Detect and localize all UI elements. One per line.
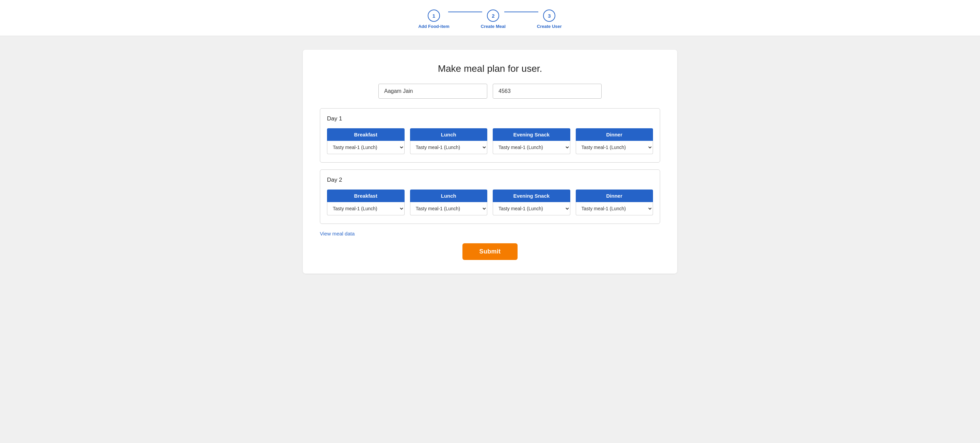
meal-header-day2-evening-snack: Evening Snack (493, 189, 570, 202)
meal-header-day1-evening-snack: Evening Snack (493, 128, 570, 141)
stepper: 1 Add Food-item 2 Create Meal 3 Create U… (0, 0, 980, 36)
meal-row-day-2: BreakfastTasty meal-1 (Lunch)Tasty meal-… (327, 189, 653, 215)
step-1-label: Add Food-item (418, 24, 450, 29)
step-1: 1 Add Food-item (418, 10, 450, 29)
meal-col-day2-dinner: DinnerTasty meal-1 (Lunch)Tasty meal-2 (… (576, 189, 653, 215)
meal-header-day1-breakfast: Breakfast (327, 128, 404, 141)
page-title: Make meal plan for user. (320, 63, 660, 74)
meal-col-day1-breakfast: BreakfastTasty meal-1 (Lunch)Tasty meal-… (327, 128, 404, 154)
meal-select-day1-lunch[interactable]: Tasty meal-1 (Lunch)Tasty meal-2 (Dinner… (410, 141, 488, 154)
meal-header-day2-dinner: Dinner (576, 189, 653, 202)
meal-col-day1-dinner: DinnerTasty meal-1 (Lunch)Tasty meal-2 (… (576, 128, 653, 154)
day-label-1: Day 1 (327, 115, 653, 122)
view-meal-link[interactable]: View meal data (320, 231, 355, 237)
user-name-input[interactable] (379, 84, 487, 98)
meal-header-day2-breakfast: Breakfast (327, 189, 404, 202)
main-content: Make meal plan for user. Day 1BreakfastT… (0, 36, 980, 287)
day-block-1: Day 1BreakfastTasty meal-1 (Lunch)Tasty … (320, 108, 660, 163)
step-1-circle: 1 (428, 10, 440, 22)
step-2-circle: 2 (487, 10, 499, 22)
meal-select-day2-breakfast[interactable]: Tasty meal-1 (Lunch)Tasty meal-2 (Dinner… (327, 202, 404, 215)
day-block-2: Day 2BreakfastTasty meal-1 (Lunch)Tasty … (320, 170, 660, 224)
meal-row-day-1: BreakfastTasty meal-1 (Lunch)Tasty meal-… (327, 128, 653, 154)
user-id-input[interactable] (493, 84, 601, 98)
meal-col-day1-evening-snack: Evening SnackTasty meal-1 (Lunch)Tasty m… (493, 128, 570, 154)
footer: View meal data Submit (320, 231, 660, 260)
step-connector-2 (504, 11, 538, 12)
meal-header-day1-dinner: Dinner (576, 128, 653, 141)
meal-select-day2-dinner[interactable]: Tasty meal-1 (Lunch)Tasty meal-2 (Dinner… (576, 202, 653, 215)
user-inputs-row (320, 84, 660, 98)
meal-col-day2-lunch: LunchTasty meal-1 (Lunch)Tasty meal-2 (D… (410, 189, 488, 215)
step-2: 2 Create Meal (481, 10, 506, 29)
step-3: 3 Create User (537, 10, 562, 29)
meal-col-day2-breakfast: BreakfastTasty meal-1 (Lunch)Tasty meal-… (327, 189, 404, 215)
days-container: Day 1BreakfastTasty meal-1 (Lunch)Tasty … (320, 108, 660, 224)
meal-select-day1-evening-snack[interactable]: Tasty meal-1 (Lunch)Tasty meal-2 (Dinner… (493, 141, 570, 154)
step-2-label: Create Meal (481, 24, 506, 29)
meal-select-day2-lunch[interactable]: Tasty meal-1 (Lunch)Tasty meal-2 (Dinner… (410, 202, 488, 215)
step-connector-1 (448, 11, 482, 12)
step-3-circle: 3 (543, 10, 555, 22)
meal-plan-card: Make meal plan for user. Day 1BreakfastT… (303, 50, 677, 273)
meal-col-day1-lunch: LunchTasty meal-1 (Lunch)Tasty meal-2 (D… (410, 128, 488, 154)
step-3-label: Create User (537, 24, 562, 29)
day-label-2: Day 2 (327, 176, 653, 183)
meal-select-day2-evening-snack[interactable]: Tasty meal-1 (Lunch)Tasty meal-2 (Dinner… (493, 202, 570, 215)
meal-select-day1-dinner[interactable]: Tasty meal-1 (Lunch)Tasty meal-2 (Dinner… (576, 141, 653, 154)
submit-button[interactable]: Submit (463, 243, 518, 260)
meal-header-day2-lunch: Lunch (410, 189, 488, 202)
meal-col-day2-evening-snack: Evening SnackTasty meal-1 (Lunch)Tasty m… (493, 189, 570, 215)
submit-row: Submit (320, 243, 660, 260)
meal-select-day1-breakfast[interactable]: Tasty meal-1 (Lunch)Tasty meal-2 (Dinner… (327, 141, 404, 154)
meal-header-day1-lunch: Lunch (410, 128, 488, 141)
